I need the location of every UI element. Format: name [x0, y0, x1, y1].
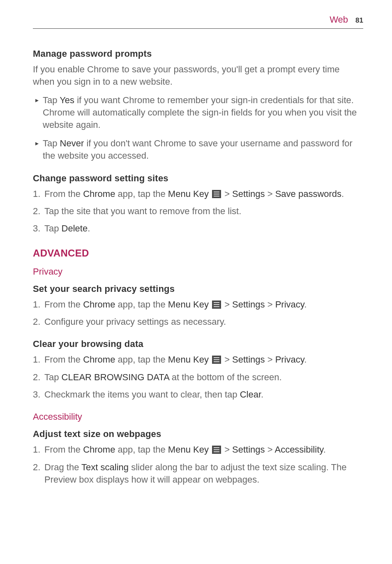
list-number: 1. — [33, 188, 44, 200]
menu-key-icon — [212, 446, 221, 454]
heading-manage-password-prompts: Manage password prompts — [33, 49, 363, 59]
bullet-text: Tap Yes if you want Chrome to remember y… — [43, 94, 363, 132]
list-number: 3. — [33, 222, 44, 235]
list-number: 1. — [33, 354, 44, 366]
list-text: From the Chrome app, tap the Menu Key > … — [44, 298, 307, 311]
section-label: Web — [330, 14, 348, 25]
list-number: 2. — [33, 205, 44, 217]
header-divider — [33, 28, 363, 29]
bullet-marker-icon: ▸ — [35, 94, 43, 132]
page-number: 81 — [355, 16, 363, 25]
list-item: 2. Configure your privacy settings as ne… — [33, 316, 363, 328]
list-item: 2. Tap CLEAR BROWSING DATA at the bottom… — [33, 371, 363, 384]
list-number: 2. — [33, 316, 44, 328]
menu-key-icon — [212, 356, 221, 364]
heading-privacy: Privacy — [33, 266, 363, 277]
heading-clear-browsing-data: Clear your browsing data — [33, 339, 363, 349]
list-text: From the Chrome app, tap the Menu Key > … — [44, 354, 307, 366]
page-header: Web 81 — [33, 14, 363, 28]
list-item: 1. From the Chrome app, tap the Menu Key… — [33, 354, 363, 366]
list-number: 1. — [33, 298, 44, 311]
list-text: From the Chrome app, tap the Menu Key > … — [44, 444, 326, 456]
list-item: 1. From the Chrome app, tap the Menu Key… — [33, 188, 363, 200]
bullet-text: Tap Never if you don't want Chrome to sa… — [43, 137, 363, 162]
heading-advanced: ADVANCED — [33, 247, 363, 259]
body-text: If you enable Chrome to save your passwo… — [33, 63, 363, 88]
menu-key-icon — [212, 300, 221, 309]
menu-key-icon — [212, 190, 221, 198]
list-text: Tap the site that you want to remove fro… — [44, 205, 241, 217]
list-item: 1. From the Chrome app, tap the Menu Key… — [33, 444, 363, 456]
list-number: 2. — [33, 461, 44, 486]
list-text: Tap CLEAR BROWSING DATA at the bottom of… — [44, 371, 282, 384]
list-item: 3. Checkmark the items you want to clear… — [33, 388, 363, 401]
list-text: Checkmark the items you want to clear, t… — [44, 388, 263, 401]
heading-set-search-privacy: Set your search privacy settings — [33, 284, 363, 294]
bullet-item: ▸ Tap Yes if you want Chrome to remember… — [33, 94, 363, 132]
heading-adjust-text-size: Adjust text size on webpages — [33, 429, 363, 439]
list-text: Configure your privacy settings as neces… — [44, 316, 226, 328]
heading-accessibility: Accessibility — [33, 411, 363, 422]
heading-change-password-setting-sites: Change password setting sites — [33, 173, 363, 184]
list-number: 1. — [33, 444, 44, 456]
list-number: 2. — [33, 371, 44, 384]
list-item: 3. Tap Delete. — [33, 222, 363, 235]
list-item: 2. Tap the site that you want to remove … — [33, 205, 363, 217]
list-item: 2. Drag the Text scaling slider along th… — [33, 461, 363, 486]
bullet-marker-icon: ▸ — [35, 137, 43, 162]
list-item: 1. From the Chrome app, tap the Menu Key… — [33, 298, 363, 311]
bullet-item: ▸ Tap Never if you don't want Chrome to … — [33, 137, 363, 162]
list-text: From the Chrome app, tap the Menu Key > … — [44, 188, 344, 200]
list-text: Drag the Text scaling slider along the b… — [44, 461, 363, 486]
list-number: 3. — [33, 388, 44, 401]
list-text: Tap Delete. — [44, 222, 90, 235]
